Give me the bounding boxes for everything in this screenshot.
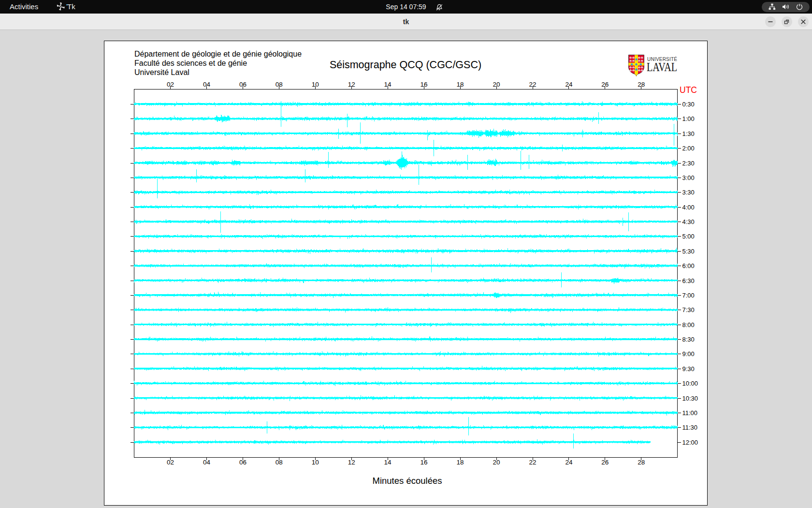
svg-text:10:00: 10:00 (682, 380, 698, 387)
svg-text:9:30: 9:30 (682, 365, 695, 373)
svg-text:3:30: 3:30 (682, 189, 695, 196)
svg-text:2:00: 2:00 (682, 145, 695, 152)
svg-text:0:30: 0:30 (682, 101, 695, 108)
svg-text:5:30: 5:30 (682, 248, 695, 255)
svg-text:Faculté des sciences et de gén: Faculté des sciences et de génie (134, 59, 247, 67)
svg-text:1:00: 1:00 (682, 115, 695, 122)
svg-text:7:30: 7:30 (682, 306, 695, 314)
svg-text:3:00: 3:00 (682, 174, 695, 181)
svg-text:Département de géologie et de: Département de géologie et de génie géol… (134, 50, 302, 58)
svg-text:4:30: 4:30 (682, 218, 695, 225)
svg-text:Université Laval: Université Laval (134, 68, 189, 76)
svg-text:Séismographe QCQ (CGC/GSC): Séismographe QCQ (CGC/GSC) (330, 59, 481, 71)
svg-text:5:00: 5:00 (682, 233, 695, 240)
svg-text:2:30: 2:30 (682, 160, 695, 167)
svg-text:1:30: 1:30 (682, 130, 695, 137)
svg-text:Minutes écoulées: Minutes écoulées (373, 476, 442, 486)
svg-text:8:00: 8:00 (682, 321, 695, 329)
svg-text:LAVAL: LAVAL (647, 60, 677, 74)
svg-text:UTC: UTC (680, 85, 697, 95)
svg-text:9:00: 9:00 (682, 350, 695, 358)
svg-text:4:00: 4:00 (682, 204, 695, 211)
svg-text:12:00: 12:00 (682, 439, 698, 446)
svg-text:11:00: 11:00 (682, 409, 698, 417)
svg-text:6:00: 6:00 (682, 262, 695, 269)
svg-text:7:00: 7:00 (682, 292, 695, 299)
svg-text:10:30: 10:30 (682, 395, 698, 402)
svg-text:8:30: 8:30 (682, 336, 695, 343)
svg-text:11:30: 11:30 (682, 424, 698, 431)
svg-text:6:30: 6:30 (682, 277, 695, 284)
